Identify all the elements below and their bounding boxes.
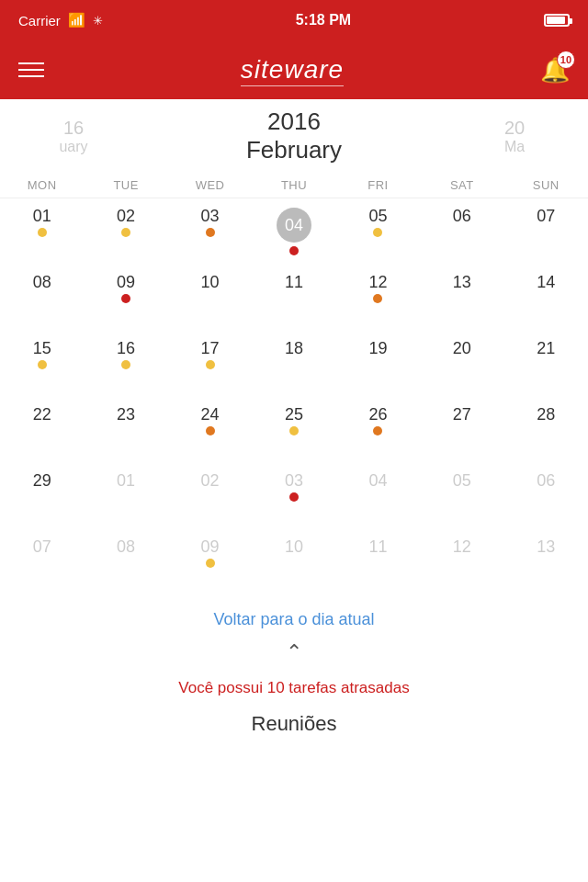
date-label: 01 (33, 208, 51, 224)
table-row[interactable]: 10 (168, 265, 252, 331)
date-label: 11 (368, 538, 387, 555)
table-row[interactable]: 11 (336, 529, 420, 595)
date-label: 12 (368, 274, 387, 290)
section-title: Reuniões (252, 712, 337, 736)
event-dot (289, 492, 299, 502)
date-label: 05 (368, 208, 387, 224)
day-header-tue: TUE (84, 178, 167, 192)
date-label: 22 (33, 406, 51, 423)
table-row[interactable]: 03 (252, 463, 335, 529)
menu-button[interactable] (18, 62, 44, 77)
event-dot (121, 360, 130, 369)
current-year: 2016 (267, 107, 321, 136)
table-row[interactable]: 08 (0, 265, 84, 331)
next-month[interactable]: 20 Ma (441, 99, 588, 173)
table-row[interactable]: 22 (0, 397, 84, 463)
event-dot (121, 294, 130, 303)
table-row[interactable]: 09 (168, 529, 252, 595)
day-header-fri: FRI (336, 178, 420, 192)
day-headers: MON TUE WED THU FRI SAT SUN (0, 173, 588, 198)
date-label: 19 (368, 340, 387, 356)
table-row[interactable]: 24 (168, 397, 252, 463)
table-row[interactable]: 05 (420, 463, 503, 529)
date-label: 13 (537, 538, 555, 555)
prev-month[interactable]: 16 uary (0, 99, 147, 173)
day-header-sat: SAT (420, 178, 503, 192)
status-left: Carrier 📶 ✳ (18, 12, 103, 28)
date-label: 06 (537, 472, 555, 489)
current-month-label: February (246, 136, 342, 164)
wifi-icon: 📶 (68, 12, 85, 28)
table-row[interactable]: 29 (0, 463, 84, 529)
table-row[interactable]: 04 (336, 463, 420, 529)
notification-badge: 10 (557, 51, 575, 69)
table-row[interactable]: 17 (168, 331, 252, 397)
day-header-mon: MON (0, 178, 84, 192)
table-row[interactable]: 21 (504, 331, 588, 397)
status-bar: Carrier 📶 ✳ 5:18 PM (0, 0, 588, 40)
table-row[interactable]: 20 (420, 331, 503, 397)
date-label: 09 (201, 538, 220, 555)
table-row[interactable]: 16 (84, 331, 167, 397)
date-label: 16 (117, 340, 135, 356)
event-dot (38, 228, 47, 237)
day-header-sun: SUN (504, 178, 588, 192)
date-label: 03 (285, 472, 303, 489)
overdue-prefix: Você possui (178, 679, 266, 696)
table-row[interactable]: 04 (252, 198, 335, 265)
event-dot (206, 559, 215, 568)
date-label: 23 (117, 406, 135, 423)
event-dot (289, 426, 299, 435)
table-row[interactable]: 23 (84, 397, 167, 463)
table-row[interactable]: 02 (168, 463, 252, 529)
table-row[interactable]: 19 (336, 331, 420, 397)
date-label: 13 (453, 274, 471, 290)
table-row[interactable]: 08 (84, 529, 167, 595)
table-row[interactable]: 02 (84, 198, 167, 265)
table-row[interactable]: 03 (168, 198, 252, 265)
table-row[interactable]: 01 (84, 463, 167, 529)
date-label: 04 (368, 472, 387, 489)
table-row[interactable]: 11 (252, 265, 335, 331)
table-row[interactable]: 28 (504, 397, 588, 463)
date-label: 12 (453, 538, 471, 555)
collapse-button[interactable]: ⌃ (286, 640, 302, 664)
event-dot (206, 360, 215, 369)
table-row[interactable]: 06 (504, 463, 588, 529)
current-month: 2016 February (147, 99, 441, 173)
date-label: 08 (117, 538, 135, 555)
event-dot (206, 426, 215, 435)
loading-icon: ✳ (93, 14, 103, 28)
table-row[interactable]: 18 (252, 331, 335, 397)
table-row[interactable]: 09 (84, 265, 167, 331)
event-dot (373, 228, 382, 237)
table-row[interactable]: 01 (0, 198, 84, 265)
table-row[interactable]: 10 (252, 529, 335, 595)
table-row[interactable]: 12 (336, 265, 420, 331)
table-row[interactable]: 27 (420, 397, 503, 463)
date-label: 07 (33, 538, 51, 555)
calendar-container: 16 uary 2016 February 20 Ma MON TUE WED … (0, 99, 588, 743)
date-label: 20 (453, 340, 471, 356)
table-row[interactable]: 07 (504, 198, 588, 265)
back-to-today-button[interactable]: Voltar para o dia atual (213, 610, 374, 629)
notification-button[interactable]: 🔔 10 (540, 56, 570, 85)
table-row[interactable]: 26 (336, 397, 420, 463)
prev-month-label: uary (59, 139, 87, 155)
table-row[interactable]: 13 (504, 529, 588, 595)
date-label: 18 (285, 340, 303, 356)
table-row[interactable]: 12 (420, 529, 503, 595)
date-label: 01 (117, 472, 135, 489)
bottom-section: Voltar para o dia atual ⌃ Você possui 10… (0, 595, 588, 743)
table-row[interactable]: 05 (336, 198, 420, 265)
table-row[interactable]: 15 (0, 331, 84, 397)
date-label: 26 (368, 406, 387, 423)
table-row[interactable]: 06 (420, 198, 503, 265)
date-label: 09 (117, 274, 135, 290)
date-label: 10 (285, 538, 303, 555)
table-row[interactable]: 14 (504, 265, 588, 331)
table-row[interactable]: 25 (252, 397, 335, 463)
time-display: 5:18 PM (296, 12, 351, 28)
table-row[interactable]: 07 (0, 529, 84, 595)
table-row[interactable]: 13 (420, 265, 503, 331)
